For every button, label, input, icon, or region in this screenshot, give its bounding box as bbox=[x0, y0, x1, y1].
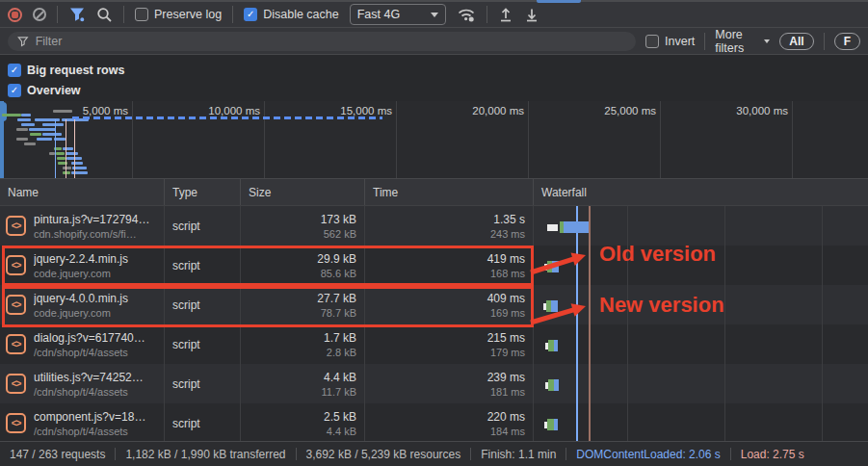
big-request-rows-checkbox[interactable]: ✓ Big request rows bbox=[8, 60, 860, 80]
request-domain: code.jquery.com bbox=[34, 306, 128, 320]
toolbar-divider bbox=[57, 6, 58, 23]
request-type-all-button[interactable]: All bbox=[779, 33, 813, 50]
import-har-icon[interactable] bbox=[498, 7, 513, 22]
request-name: dialog.js?v=617740… bbox=[34, 330, 145, 346]
checkbox-checked-icon: ✓ bbox=[8, 84, 21, 97]
status-divider bbox=[296, 448, 297, 460]
size-transferred: 173 kB bbox=[321, 212, 356, 227]
table-row[interactable]: <>utilities.js?v=74252…/cdn/shop/t/4/ass… bbox=[0, 364, 868, 403]
invert-checkbox[interactable]: Invert bbox=[645, 35, 695, 48]
export-har-icon[interactable] bbox=[524, 7, 539, 22]
request-name-cell[interactable]: <>pintura.js?v=172794…cdn.shopify.com/s/… bbox=[0, 206, 164, 246]
request-name-cell[interactable]: <>dialog.js?v=617740…/cdn/shop/t/4/asset… bbox=[0, 324, 164, 364]
request-name-cell[interactable]: <>utilities.js?v=74252…/cdn/shop/t/4/ass… bbox=[0, 364, 164, 403]
request-type-cell: script bbox=[164, 324, 240, 364]
request-name-cell[interactable]: <>component.js?v=18…/cdn/shop/t/4/assets bbox=[0, 403, 164, 441]
toolbar-divider bbox=[123, 6, 124, 23]
column-header-waterfall[interactable]: Waterfall bbox=[533, 179, 868, 205]
time-total: 419 ms bbox=[487, 251, 525, 267]
time-total: 215 ms bbox=[487, 330, 525, 346]
throttling-dropdown[interactable]: Fast 4G bbox=[350, 4, 446, 25]
filter-divider bbox=[704, 33, 705, 50]
checkbox-unchecked-icon bbox=[135, 8, 148, 21]
toolbar-divider bbox=[232, 6, 233, 23]
overview-request-bar bbox=[42, 133, 62, 136]
request-type-cell: script bbox=[164, 364, 240, 403]
column-header-size[interactable]: Size bbox=[240, 179, 364, 205]
filter-icon[interactable] bbox=[68, 6, 86, 23]
disable-cache-checkbox[interactable]: ✓ Disable cache bbox=[244, 8, 339, 21]
overview-tick-label: 30,000 ms bbox=[703, 105, 788, 116]
request-name: component.js?v=18… bbox=[34, 409, 145, 425]
time-latency: 179 ms bbox=[490, 346, 525, 359]
status-divider bbox=[115, 448, 116, 460]
size-content: 78.7 kB bbox=[321, 306, 356, 320]
overview-request-bar bbox=[63, 147, 73, 150]
request-waterfall-cell bbox=[533, 285, 868, 324]
overview-pending-dashed-line bbox=[72, 116, 382, 119]
overview-event-marker bbox=[66, 119, 66, 178]
filter-input[interactable] bbox=[36, 35, 626, 48]
time-latency: 184 ms bbox=[490, 425, 525, 438]
more-filters-label: More filters bbox=[715, 28, 758, 55]
script-file-icon: <> bbox=[6, 413, 26, 433]
request-waterfall-cell bbox=[533, 403, 868, 441]
column-header-type[interactable]: Type bbox=[164, 179, 240, 205]
record-icon[interactable] bbox=[8, 8, 22, 22]
table-row[interactable]: <>jquery-4.0.0.min.jscode.jquery.comscri… bbox=[0, 285, 868, 324]
request-type-partial-button[interactable]: F bbox=[834, 33, 860, 50]
filter-input-container[interactable] bbox=[8, 32, 636, 51]
time-latency: 169 ms bbox=[490, 306, 525, 320]
overview-request-bar bbox=[63, 171, 70, 174]
status-transferred: 1,182 kB / 1,990 kB transferred bbox=[125, 448, 285, 461]
request-domain: cdn.shopify.com/s/fi… bbox=[34, 227, 149, 241]
overview-request-bar bbox=[29, 128, 56, 131]
overview-request-bar bbox=[35, 118, 60, 121]
overview-checkbox[interactable]: ✓ Overview bbox=[8, 80, 860, 100]
more-filters-button[interactable]: More filters bbox=[715, 28, 770, 55]
preserve-log-checkbox[interactable]: Preserve log bbox=[135, 8, 222, 21]
table-row[interactable]: <>dialog.js?v=617740…/cdn/shop/t/4/asset… bbox=[0, 324, 868, 364]
filter-divider bbox=[824, 33, 825, 50]
chevron-down-icon bbox=[431, 13, 438, 17]
table-row[interactable]: <>jquery-2.2.4.min.jscode.jquery.comscri… bbox=[0, 246, 868, 285]
big-request-rows-label: Big request rows bbox=[27, 64, 124, 77]
overview-tick-label: 10,000 ms bbox=[175, 105, 260, 116]
overview-request-bar bbox=[42, 123, 64, 126]
status-divider bbox=[566, 448, 566, 460]
invert-label: Invert bbox=[665, 35, 695, 48]
overview-label: Overview bbox=[27, 84, 81, 97]
overview-request-bar bbox=[21, 123, 35, 126]
request-time-cell: 409 ms169 ms bbox=[364, 285, 533, 324]
request-type-cell: script bbox=[164, 403, 240, 441]
column-header-name[interactable]: Name bbox=[0, 179, 164, 205]
status-divider bbox=[730, 448, 731, 460]
overview-gridline bbox=[660, 101, 661, 178]
request-name-cell[interactable]: <>jquery-2.2.4.min.jscode.jquery.com bbox=[0, 246, 164, 285]
table-header-row: Name Type Size Time Waterfall bbox=[0, 179, 868, 206]
request-size-cell: 29.9 kB85.6 kB bbox=[240, 246, 364, 285]
overview-gridline bbox=[792, 101, 793, 178]
status-resources: 3,692 kB / 5,239 kB resources bbox=[306, 448, 461, 461]
status-divider bbox=[470, 448, 471, 460]
table-row[interactable]: <>component.js?v=18…/cdn/shop/t/4/assets… bbox=[0, 403, 868, 441]
overview-tick-label: 20,000 ms bbox=[439, 105, 524, 116]
overview-request-bar bbox=[66, 152, 78, 155]
network-toolbar: Preserve log ✓ Disable cache Fast 4G bbox=[0, 0, 868, 28]
request-name-cell[interactable]: <>jquery-4.0.0.min.jscode.jquery.com bbox=[0, 285, 164, 324]
request-time-cell: 1.35 s243 ms bbox=[364, 206, 533, 246]
chevron-down-icon bbox=[764, 39, 770, 43]
script-file-icon: <> bbox=[6, 374, 26, 394]
overview-request-bar bbox=[16, 128, 28, 131]
request-domain: /cdn/shop/t/4/assets bbox=[34, 385, 144, 399]
column-header-time[interactable]: Time bbox=[364, 179, 533, 205]
overview-timeline[interactable]: 5,000 ms10,000 ms15,000 ms20,000 ms25,00… bbox=[0, 101, 868, 179]
preserve-log-label: Preserve log bbox=[154, 8, 222, 21]
network-conditions-icon[interactable] bbox=[457, 6, 476, 23]
table-row[interactable]: <>pintura.js?v=172794…cdn.shopify.com/s/… bbox=[0, 206, 868, 246]
overview-handle-bar[interactable] bbox=[0, 101, 4, 178]
clear-icon[interactable] bbox=[33, 8, 46, 21]
search-icon[interactable] bbox=[96, 7, 113, 23]
checkbox-checked-icon: ✓ bbox=[244, 8, 257, 21]
filter-bar: Invert More filters All F bbox=[0, 28, 868, 55]
